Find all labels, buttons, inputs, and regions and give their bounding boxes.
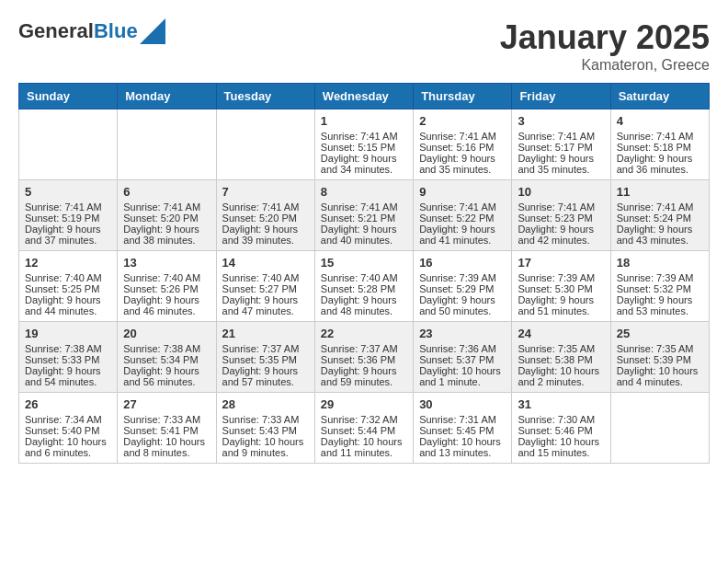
day-info-line: and 4 minutes. xyxy=(617,376,703,387)
day-info-line: Daylight: 9 hours xyxy=(518,294,604,305)
day-info-line: Sunrise: 7:41 AM xyxy=(518,131,604,142)
day-info-line: Sunset: 5:46 PM xyxy=(518,425,604,436)
day-info-line: Sunrise: 7:41 AM xyxy=(321,201,407,213)
day-info-line: Sunrise: 7:38 AM xyxy=(123,343,210,354)
day-info-line: and 35 minutes. xyxy=(518,164,604,175)
day-info-line: Sunset: 5:30 PM xyxy=(518,283,604,294)
day-info-line: Sunset: 5:40 PM xyxy=(25,425,111,436)
page-header: GeneralBlue January 2025 Kamateron, Gree… xyxy=(18,18,710,74)
day-number: 2 xyxy=(419,114,506,128)
day-info-line: Sunrise: 7:39 AM xyxy=(617,272,703,283)
day-info-line: Sunset: 5:34 PM xyxy=(123,354,210,365)
day-info-line: Daylight: 9 hours xyxy=(518,153,604,164)
calendar-cell: 5Sunrise: 7:41 AMSunset: 5:19 PMDaylight… xyxy=(19,180,118,251)
day-info-line: Sunset: 5:24 PM xyxy=(617,213,703,224)
day-info-line: and 2 minutes. xyxy=(518,376,604,387)
day-info-line: Sunset: 5:25 PM xyxy=(25,283,111,294)
day-info-line: and 15 minutes. xyxy=(518,447,604,458)
calendar-week-row: 26Sunrise: 7:34 AMSunset: 5:40 PMDayligh… xyxy=(19,393,710,464)
calendar-cell: 22Sunrise: 7:37 AMSunset: 5:36 PMDayligh… xyxy=(314,322,413,393)
day-info-line: Sunset: 5:43 PM xyxy=(222,425,309,436)
calendar-cell: 15Sunrise: 7:40 AMSunset: 5:28 PMDayligh… xyxy=(314,251,413,322)
day-info-line: and 41 minutes. xyxy=(419,235,506,246)
weekday-header-monday: Monday xyxy=(118,84,216,109)
day-number: 17 xyxy=(518,256,604,270)
calendar-cell: 7Sunrise: 7:41 AMSunset: 5:20 PMDaylight… xyxy=(216,180,314,251)
day-info-line: and 11 minutes. xyxy=(321,447,407,458)
day-info-line: Daylight: 9 hours xyxy=(518,224,604,235)
day-info-line: Daylight: 10 hours xyxy=(518,365,604,376)
day-info-line: Sunset: 5:29 PM xyxy=(419,283,506,294)
day-info-line: Sunset: 5:15 PM xyxy=(321,142,407,153)
day-info-line: Sunrise: 7:30 AM xyxy=(518,414,604,425)
day-info-line: Daylight: 10 hours xyxy=(25,436,111,447)
day-info-line: Daylight: 9 hours xyxy=(25,294,111,305)
day-info-line: Sunrise: 7:39 AM xyxy=(419,272,506,283)
day-number: 13 xyxy=(123,256,210,270)
calendar-cell: 3Sunrise: 7:41 AMSunset: 5:17 PMDaylight… xyxy=(512,109,610,180)
day-number: 23 xyxy=(419,327,506,340)
day-info-line: Sunset: 5:20 PM xyxy=(123,213,210,224)
day-number: 22 xyxy=(321,327,407,340)
day-info-line: Sunset: 5:39 PM xyxy=(617,354,703,365)
day-info-line: Sunrise: 7:36 AM xyxy=(419,343,506,354)
weekday-header-wednesday: Wednesday xyxy=(314,84,413,109)
calendar-cell: 21Sunrise: 7:37 AMSunset: 5:35 PMDayligh… xyxy=(216,322,314,393)
day-number: 21 xyxy=(222,327,309,340)
day-info-line: Sunrise: 7:33 AM xyxy=(222,414,309,425)
day-info-line: Sunset: 5:38 PM xyxy=(518,354,604,365)
calendar-cell: 8Sunrise: 7:41 AMSunset: 5:21 PMDaylight… xyxy=(314,180,413,251)
day-info-line: Sunrise: 7:37 AM xyxy=(321,343,407,354)
calendar-cell: 27Sunrise: 7:33 AMSunset: 5:41 PMDayligh… xyxy=(118,393,216,464)
day-number: 18 xyxy=(617,256,703,270)
day-info-line: Sunrise: 7:41 AM xyxy=(222,201,309,213)
day-info-line: and 40 minutes. xyxy=(321,235,407,246)
day-number: 27 xyxy=(123,397,210,411)
day-number: 4 xyxy=(617,114,703,128)
logo: GeneralBlue xyxy=(18,18,165,44)
day-info-line: Sunset: 5:28 PM xyxy=(321,283,407,294)
calendar-cell: 17Sunrise: 7:39 AMSunset: 5:30 PMDayligh… xyxy=(512,251,610,322)
day-info-line: and 35 minutes. xyxy=(419,164,506,175)
weekday-header-row: SundayMondayTuesdayWednesdayThursdayFrid… xyxy=(19,84,710,109)
day-info-line: Sunrise: 7:39 AM xyxy=(518,272,604,283)
day-info-line: and 56 minutes. xyxy=(123,376,210,387)
calendar-cell: 13Sunrise: 7:40 AMSunset: 5:26 PMDayligh… xyxy=(118,251,216,322)
day-info-line: Sunrise: 7:37 AM xyxy=(222,343,309,354)
weekday-header-sunday: Sunday xyxy=(19,84,118,109)
calendar-table: SundayMondayTuesdayWednesdayThursdayFrid… xyxy=(18,83,710,464)
day-info-line: Daylight: 9 hours xyxy=(321,153,407,164)
day-info-line: and 8 minutes. xyxy=(123,447,210,458)
day-info-line: Daylight: 10 hours xyxy=(419,436,506,447)
day-info-line: and 1 minute. xyxy=(419,376,506,387)
day-number: 29 xyxy=(321,397,407,411)
day-info-line: Sunset: 5:36 PM xyxy=(321,354,407,365)
day-info-line: Sunset: 5:22 PM xyxy=(419,213,506,224)
day-info-line: Sunset: 5:26 PM xyxy=(123,283,210,294)
day-info-line: Daylight: 9 hours xyxy=(419,153,506,164)
day-info-line: Sunrise: 7:41 AM xyxy=(25,201,111,213)
logo-general: General xyxy=(18,19,94,42)
calendar-week-row: 5Sunrise: 7:41 AMSunset: 5:19 PMDaylight… xyxy=(19,180,710,251)
day-info-line: Daylight: 9 hours xyxy=(222,365,309,376)
day-number: 10 xyxy=(518,185,604,199)
day-info-line: Daylight: 9 hours xyxy=(25,224,111,235)
day-number: 3 xyxy=(518,114,604,128)
day-info-line: and 54 minutes. xyxy=(25,376,111,387)
day-number: 11 xyxy=(617,185,703,199)
day-number: 28 xyxy=(222,397,309,411)
calendar-cell: 23Sunrise: 7:36 AMSunset: 5:37 PMDayligh… xyxy=(414,322,512,393)
day-info-line: Sunrise: 7:41 AM xyxy=(321,131,407,142)
day-info-line: Daylight: 9 hours xyxy=(123,294,210,305)
day-info-line: Daylight: 9 hours xyxy=(321,294,407,305)
day-number: 8 xyxy=(321,185,407,199)
day-info-line: Sunset: 5:21 PM xyxy=(321,213,407,224)
day-info-line: and 42 minutes. xyxy=(518,235,604,246)
day-number: 30 xyxy=(419,397,506,411)
calendar-cell: 1Sunrise: 7:41 AMSunset: 5:15 PMDaylight… xyxy=(314,109,413,180)
day-number: 24 xyxy=(518,327,604,340)
day-info-line: Daylight: 9 hours xyxy=(617,153,703,164)
calendar-week-row: 19Sunrise: 7:38 AMSunset: 5:33 PMDayligh… xyxy=(19,322,710,393)
calendar-cell: 26Sunrise: 7:34 AMSunset: 5:40 PMDayligh… xyxy=(19,393,118,464)
day-info-line: Sunrise: 7:41 AM xyxy=(617,201,703,213)
